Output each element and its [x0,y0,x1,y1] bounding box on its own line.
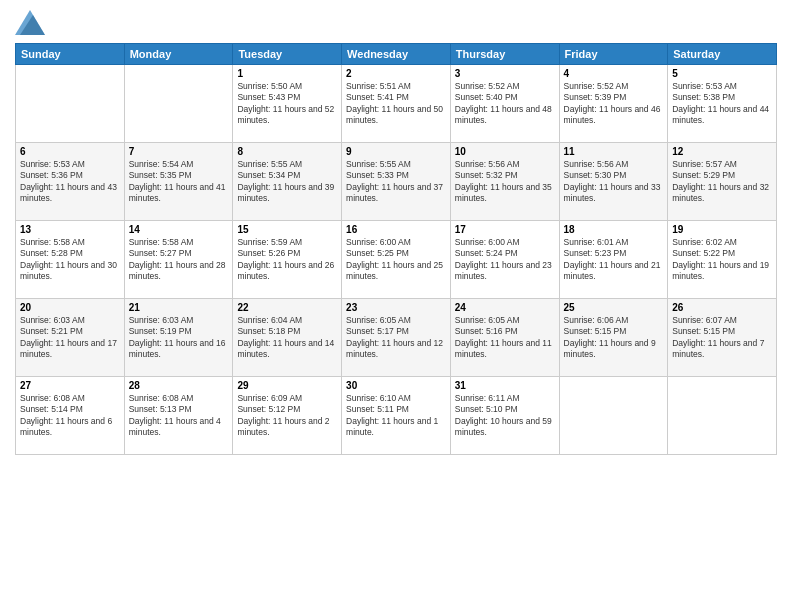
day-number: 3 [455,68,555,79]
day-number: 24 [455,302,555,313]
day-cell: 9Sunrise: 5:55 AM Sunset: 5:33 PM Daylig… [342,143,451,221]
day-number: 19 [672,224,772,235]
day-number: 4 [564,68,664,79]
day-number: 22 [237,302,337,313]
day-info: Sunrise: 5:51 AM Sunset: 5:41 PM Dayligh… [346,81,446,127]
day-info: Sunrise: 6:08 AM Sunset: 5:13 PM Dayligh… [129,393,229,439]
day-info: Sunrise: 6:06 AM Sunset: 5:15 PM Dayligh… [564,315,664,361]
day-info: Sunrise: 6:05 AM Sunset: 5:16 PM Dayligh… [455,315,555,361]
day-info: Sunrise: 6:01 AM Sunset: 5:23 PM Dayligh… [564,237,664,283]
day-cell: 6Sunrise: 5:53 AM Sunset: 5:36 PM Daylig… [16,143,125,221]
day-number: 31 [455,380,555,391]
header-cell-sunday: Sunday [16,44,125,65]
day-number: 5 [672,68,772,79]
logo [15,10,49,35]
day-cell: 13Sunrise: 5:58 AM Sunset: 5:28 PM Dayli… [16,221,125,299]
day-number: 8 [237,146,337,157]
day-info: Sunrise: 5:52 AM Sunset: 5:39 PM Dayligh… [564,81,664,127]
day-number: 15 [237,224,337,235]
day-number: 14 [129,224,229,235]
day-number: 1 [237,68,337,79]
day-cell: 3Sunrise: 5:52 AM Sunset: 5:40 PM Daylig… [450,65,559,143]
header [15,10,777,35]
header-cell-friday: Friday [559,44,668,65]
day-cell: 16Sunrise: 6:00 AM Sunset: 5:25 PM Dayli… [342,221,451,299]
day-info: Sunrise: 5:57 AM Sunset: 5:29 PM Dayligh… [672,159,772,205]
day-number: 21 [129,302,229,313]
day-info: Sunrise: 5:56 AM Sunset: 5:30 PM Dayligh… [564,159,664,205]
day-cell: 8Sunrise: 5:55 AM Sunset: 5:34 PM Daylig… [233,143,342,221]
day-cell: 24Sunrise: 6:05 AM Sunset: 5:16 PM Dayli… [450,299,559,377]
day-cell: 14Sunrise: 5:58 AM Sunset: 5:27 PM Dayli… [124,221,233,299]
day-cell: 2Sunrise: 5:51 AM Sunset: 5:41 PM Daylig… [342,65,451,143]
day-info: Sunrise: 5:55 AM Sunset: 5:34 PM Dayligh… [237,159,337,205]
day-cell: 27Sunrise: 6:08 AM Sunset: 5:14 PM Dayli… [16,377,125,455]
day-info: Sunrise: 6:08 AM Sunset: 5:14 PM Dayligh… [20,393,120,439]
day-info: Sunrise: 5:54 AM Sunset: 5:35 PM Dayligh… [129,159,229,205]
day-cell: 19Sunrise: 6:02 AM Sunset: 5:22 PM Dayli… [668,221,777,299]
day-number: 18 [564,224,664,235]
day-info: Sunrise: 5:53 AM Sunset: 5:38 PM Dayligh… [672,81,772,127]
header-cell-saturday: Saturday [668,44,777,65]
header-cell-monday: Monday [124,44,233,65]
day-info: Sunrise: 6:10 AM Sunset: 5:11 PM Dayligh… [346,393,446,439]
week-row-2: 13Sunrise: 5:58 AM Sunset: 5:28 PM Dayli… [16,221,777,299]
day-info: Sunrise: 6:02 AM Sunset: 5:22 PM Dayligh… [672,237,772,283]
header-row: SundayMondayTuesdayWednesdayThursdayFrid… [16,44,777,65]
day-cell: 26Sunrise: 6:07 AM Sunset: 5:15 PM Dayli… [668,299,777,377]
day-cell: 25Sunrise: 6:06 AM Sunset: 5:15 PM Dayli… [559,299,668,377]
day-number: 30 [346,380,446,391]
day-number: 25 [564,302,664,313]
day-cell: 23Sunrise: 6:05 AM Sunset: 5:17 PM Dayli… [342,299,451,377]
day-number: 29 [237,380,337,391]
day-cell: 31Sunrise: 6:11 AM Sunset: 5:10 PM Dayli… [450,377,559,455]
day-cell: 10Sunrise: 5:56 AM Sunset: 5:32 PM Dayli… [450,143,559,221]
day-cell: 1Sunrise: 5:50 AM Sunset: 5:43 PM Daylig… [233,65,342,143]
day-number: 7 [129,146,229,157]
day-info: Sunrise: 5:55 AM Sunset: 5:33 PM Dayligh… [346,159,446,205]
day-number: 20 [20,302,120,313]
day-info: Sunrise: 5:50 AM Sunset: 5:43 PM Dayligh… [237,81,337,127]
day-number: 11 [564,146,664,157]
logo-icon [15,10,45,35]
day-cell: 18Sunrise: 6:01 AM Sunset: 5:23 PM Dayli… [559,221,668,299]
day-info: Sunrise: 5:52 AM Sunset: 5:40 PM Dayligh… [455,81,555,127]
day-info: Sunrise: 6:05 AM Sunset: 5:17 PM Dayligh… [346,315,446,361]
day-info: Sunrise: 6:03 AM Sunset: 5:21 PM Dayligh… [20,315,120,361]
day-number: 10 [455,146,555,157]
day-info: Sunrise: 6:11 AM Sunset: 5:10 PM Dayligh… [455,393,555,439]
day-info: Sunrise: 5:59 AM Sunset: 5:26 PM Dayligh… [237,237,337,283]
day-info: Sunrise: 5:58 AM Sunset: 5:28 PM Dayligh… [20,237,120,283]
day-number: 12 [672,146,772,157]
day-info: Sunrise: 5:56 AM Sunset: 5:32 PM Dayligh… [455,159,555,205]
week-row-4: 27Sunrise: 6:08 AM Sunset: 5:14 PM Dayli… [16,377,777,455]
header-cell-wednesday: Wednesday [342,44,451,65]
day-info: Sunrise: 6:00 AM Sunset: 5:25 PM Dayligh… [346,237,446,283]
day-cell: 29Sunrise: 6:09 AM Sunset: 5:12 PM Dayli… [233,377,342,455]
day-number: 2 [346,68,446,79]
day-cell: 15Sunrise: 5:59 AM Sunset: 5:26 PM Dayli… [233,221,342,299]
day-cell: 7Sunrise: 5:54 AM Sunset: 5:35 PM Daylig… [124,143,233,221]
day-cell: 30Sunrise: 6:10 AM Sunset: 5:11 PM Dayli… [342,377,451,455]
day-info: Sunrise: 6:03 AM Sunset: 5:19 PM Dayligh… [129,315,229,361]
calendar-table: SundayMondayTuesdayWednesdayThursdayFrid… [15,43,777,455]
day-cell: 4Sunrise: 5:52 AM Sunset: 5:39 PM Daylig… [559,65,668,143]
week-row-0: 1Sunrise: 5:50 AM Sunset: 5:43 PM Daylig… [16,65,777,143]
day-info: Sunrise: 6:07 AM Sunset: 5:15 PM Dayligh… [672,315,772,361]
day-cell [559,377,668,455]
header-cell-thursday: Thursday [450,44,559,65]
page: SundayMondayTuesdayWednesdayThursdayFrid… [0,0,792,612]
day-number: 13 [20,224,120,235]
day-number: 16 [346,224,446,235]
day-number: 17 [455,224,555,235]
day-info: Sunrise: 6:09 AM Sunset: 5:12 PM Dayligh… [237,393,337,439]
day-cell: 21Sunrise: 6:03 AM Sunset: 5:19 PM Dayli… [124,299,233,377]
day-number: 6 [20,146,120,157]
day-cell [16,65,125,143]
day-cell [124,65,233,143]
day-cell: 28Sunrise: 6:08 AM Sunset: 5:13 PM Dayli… [124,377,233,455]
day-cell: 22Sunrise: 6:04 AM Sunset: 5:18 PM Dayli… [233,299,342,377]
day-info: Sunrise: 5:58 AM Sunset: 5:27 PM Dayligh… [129,237,229,283]
day-cell: 11Sunrise: 5:56 AM Sunset: 5:30 PM Dayli… [559,143,668,221]
week-row-1: 6Sunrise: 5:53 AM Sunset: 5:36 PM Daylig… [16,143,777,221]
